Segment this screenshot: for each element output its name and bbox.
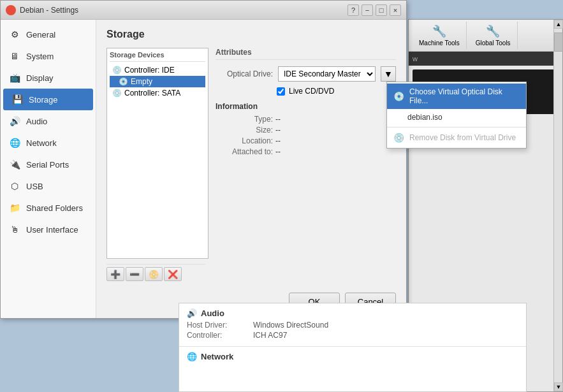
attached-to-row: Attached to: -- [216, 147, 396, 156]
global-tools-btn[interactable]: 🔧 Global Tools [469, 22, 518, 49]
vbox-url-bar: w [409, 52, 562, 66]
serial-ports-icon: 🔌 [8, 158, 21, 171]
sidebar-item-label: USB [26, 182, 43, 191]
storage-devices-panel: Storage Devices 💿 Controller: IDE 💿 Empt… [106, 48, 208, 259]
settings-window: Debian - Settings ? − □ × ⚙ General 🖥 Sy… [0, 0, 407, 319]
user-interface-icon: 🖱 [8, 223, 21, 236]
remove-disk-label: Remove Disk from Virtual Drive [409, 133, 516, 142]
live-cd-checkbox[interactable] [277, 87, 285, 96]
remove-attachment-btn[interactable]: ❌ [164, 267, 182, 281]
machine-tools-label: Machine Tools [419, 40, 460, 47]
sidebar-item-label: Network [26, 138, 57, 148]
system-icon: 🖥 [8, 50, 21, 62]
window-content: ⚙ General 🖥 System 📺 Display 💾 Storage 🔊… [1, 20, 406, 318]
sidebar-item-label: Audio [26, 117, 47, 126]
controller-sata-label: Controller: SATA [124, 89, 180, 98]
audio-icon: 🔊 [8, 115, 21, 127]
optical-drive-row: Optical Drive: IDE Secondary Master ▼ [216, 66, 396, 82]
sidebar-item-system[interactable]: 🖥 System [1, 45, 96, 67]
network-icon: 🌐 [187, 352, 197, 361]
add-attachment-btn[interactable]: 📀 [145, 267, 163, 281]
network-icon: 🌐 [8, 136, 21, 149]
global-tools-label: Global Tools [476, 40, 511, 47]
sidebar-item-label: General [26, 30, 55, 40]
sidebar-item-audio[interactable]: 🔊 Audio [1, 110, 96, 132]
url-text: w [413, 55, 418, 62]
controller-ide-label: Controller: IDE [124, 66, 175, 75]
empty-icon: 💿 [119, 77, 128, 86]
audio-section: 🔊 Audio Host Driver: Windows DirectSound… [179, 303, 526, 347]
dropdown-popup: 💿 Choose Virtual Optical Disk File... de… [386, 82, 527, 149]
storage-toolbar: ➕ ➖ 📀 ❌ [106, 264, 205, 284]
network-section: 🌐 Network [179, 347, 526, 367]
debian-iso-item[interactable]: debian.iso [387, 109, 526, 126]
size-row: Size: -- [216, 126, 396, 134]
controller-sata-item[interactable]: 💿 Controller: SATA [110, 87, 205, 99]
sidebar-item-serial-ports[interactable]: 🔌 Serial Ports [1, 154, 96, 175]
live-cd-label: Live CD/DVD [289, 87, 334, 96]
sidebar-item-label: Shared Folders [26, 203, 83, 213]
sidebar-item-shared-folders[interactable]: 📁 Shared Folders [1, 197, 96, 219]
empty-label: Empty [131, 77, 152, 86]
information-label: Information [216, 102, 396, 111]
main-panel: Storage Storage Devices 💿 Controller: ID… [96, 20, 406, 318]
scrollbar-thumb[interactable] [554, 33, 563, 52]
optical-drive-btn[interactable]: ▼ [381, 66, 396, 82]
close-button[interactable]: × [390, 4, 401, 16]
controller-sata-icon: 💿 [112, 89, 122, 98]
sidebar-item-label: Storage [29, 95, 58, 105]
sidebar-item-label: Display [26, 73, 54, 83]
scroll-up-arrow[interactable]: ▲ [554, 20, 563, 29]
location-row: Location: -- [216, 136, 396, 145]
audio-host-driver-row: Host Driver: Windows DirectSound [187, 321, 518, 330]
choose-virtual-icon: 💿 [393, 91, 404, 101]
choose-virtual-item[interactable]: 💿 Choose Virtual Optical Disk File... [387, 83, 526, 109]
maximize-button[interactable]: □ [376, 4, 387, 16]
machine-tools-icon: 🔧 [432, 24, 446, 38]
attributes-panel: Attributes Optical Drive: IDE Secondary … [216, 48, 396, 284]
storage-devices-label: Storage Devices [110, 51, 205, 62]
optical-drive-select[interactable]: IDE Secondary Master [278, 66, 376, 82]
shared-folders-icon: 📁 [8, 201, 21, 214]
minimize-button[interactable]: − [362, 4, 373, 16]
global-tools-icon: 🔧 [486, 24, 500, 38]
sidebar: ⚙ General 🖥 System 📺 Display 💾 Storage 🔊… [1, 20, 96, 318]
help-button[interactable]: ? [347, 4, 359, 16]
sidebar-item-storage[interactable]: 💾 Storage [3, 89, 93, 110]
sidebar-item-user-interface[interactable]: 🖱 User Interface [1, 219, 96, 240]
sidebar-item-usb[interactable]: ⬡ USB [1, 175, 96, 197]
app-icon [6, 5, 16, 15]
machine-tools-btn[interactable]: 🔧 Machine Tools [413, 22, 467, 49]
remove-controller-btn[interactable]: ➖ [126, 267, 143, 281]
usb-icon: ⬡ [8, 180, 21, 192]
network-section-title: 🌐 Network [187, 352, 518, 361]
storage-layout: Storage Devices 💿 Controller: IDE 💿 Empt… [106, 48, 396, 284]
popup-separator [387, 127, 526, 127]
audio-controller-row: Controller: ICH AC97 [187, 331, 518, 340]
controller-ide-item[interactable]: 💿 Controller: IDE [110, 64, 205, 76]
storage-icon: 💾 [11, 93, 24, 106]
attributes-label: Attributes [216, 48, 396, 60]
sidebar-item-general[interactable]: ⚙ General [1, 24, 96, 45]
remove-disk-icon: 💿 [393, 133, 404, 143]
optical-drive-label: Optical Drive: [216, 69, 273, 78]
vbox-scrollbar[interactable]: ▲ ▼ [553, 20, 562, 391]
sidebar-item-display[interactable]: 📺 Display [1, 67, 96, 89]
empty-item[interactable]: 💿 Empty [110, 76, 205, 87]
page-title: Storage [106, 29, 396, 40]
information-section: Information Type: -- Size: -- Location: … [216, 102, 396, 156]
general-icon: ⚙ [8, 28, 21, 41]
title-bar: Debian - Settings ? − □ × [1, 1, 406, 20]
remove-disk-item: 💿 Remove Disk from Virtual Drive [387, 129, 526, 147]
live-cd-row: Live CD/DVD [216, 87, 396, 96]
display-icon: 📺 [8, 71, 21, 84]
add-controller-btn[interactable]: ➕ [106, 267, 124, 281]
audio-icon: 🔊 [187, 309, 197, 318]
bottom-info-panel: 🔊 Audio Host Driver: Windows DirectSound… [179, 303, 527, 392]
sidebar-item-label: User Interface [26, 225, 78, 235]
sidebar-item-label: Serial Ports [26, 160, 69, 170]
scroll-down-arrow[interactable]: ▼ [554, 382, 563, 391]
sidebar-item-label: System [26, 52, 54, 61]
storage-devices-container: Storage Devices 💿 Controller: IDE 💿 Empt… [106, 48, 205, 284]
sidebar-item-network[interactable]: 🌐 Network [1, 132, 96, 154]
